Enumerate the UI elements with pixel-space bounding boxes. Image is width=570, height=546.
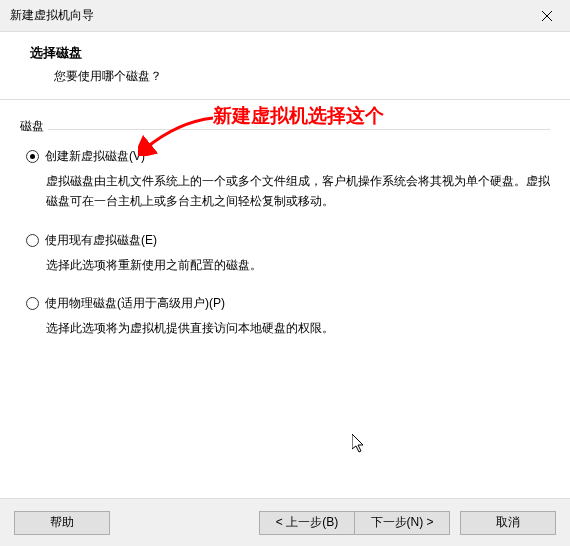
back-button[interactable]: < 上一步(B) [259, 511, 355, 535]
option-use-existing-disk: 使用现有虚拟磁盘(E) 选择此选项将重新使用之前配置的磁盘。 [26, 232, 550, 275]
fieldset-divider [48, 129, 550, 130]
page-subtitle: 您要使用哪个磁盘？ [30, 68, 550, 85]
wizard-header: 选择磁盘 您要使用哪个磁盘？ [0, 32, 570, 100]
wizard-content: 新建虚拟机选择这个 磁盘 创建新虚拟磁盘(V) 虚拟磁盘由主机文件系统上的一个或… [0, 100, 570, 508]
cancel-button[interactable]: 取消 [460, 511, 556, 535]
radio-use-existing-disk[interactable] [26, 234, 39, 247]
window-title: 新建虚拟机向导 [10, 7, 94, 24]
close-button[interactable] [524, 0, 570, 32]
radio-use-physical-disk[interactable] [26, 297, 39, 310]
help-button[interactable]: 帮助 [14, 511, 110, 535]
radio-create-new-disk[interactable] [26, 150, 39, 163]
option-label[interactable]: 创建新虚拟磁盘(V) [45, 148, 145, 165]
next-button[interactable]: 下一步(N) > [354, 511, 450, 535]
option-label[interactable]: 使用现有虚拟磁盘(E) [45, 232, 157, 249]
close-icon [542, 11, 552, 21]
option-label[interactable]: 使用物理磁盘(适用于高级用户)(P) [45, 295, 225, 312]
wizard-footer: 帮助 < 上一步(B) 下一步(N) > 取消 [0, 498, 570, 546]
fieldset-label: 磁盘 [20, 118, 550, 135]
page-title: 选择磁盘 [30, 44, 550, 62]
titlebar: 新建虚拟机向导 [0, 0, 570, 32]
option-description: 选择此选项将为虚拟机提供直接访问本地硬盘的权限。 [26, 318, 550, 338]
option-description: 虚拟磁盘由主机文件系统上的一个或多个文件组成，客户机操作系统会将其视为单个硬盘。… [26, 171, 550, 212]
option-description: 选择此选项将重新使用之前配置的磁盘。 [26, 255, 550, 275]
option-use-physical-disk: 使用物理磁盘(适用于高级用户)(P) 选择此选项将为虚拟机提供直接访问本地硬盘的… [26, 295, 550, 338]
option-create-new-disk: 创建新虚拟磁盘(V) 虚拟磁盘由主机文件系统上的一个或多个文件组成，客户机操作系… [26, 148, 550, 212]
